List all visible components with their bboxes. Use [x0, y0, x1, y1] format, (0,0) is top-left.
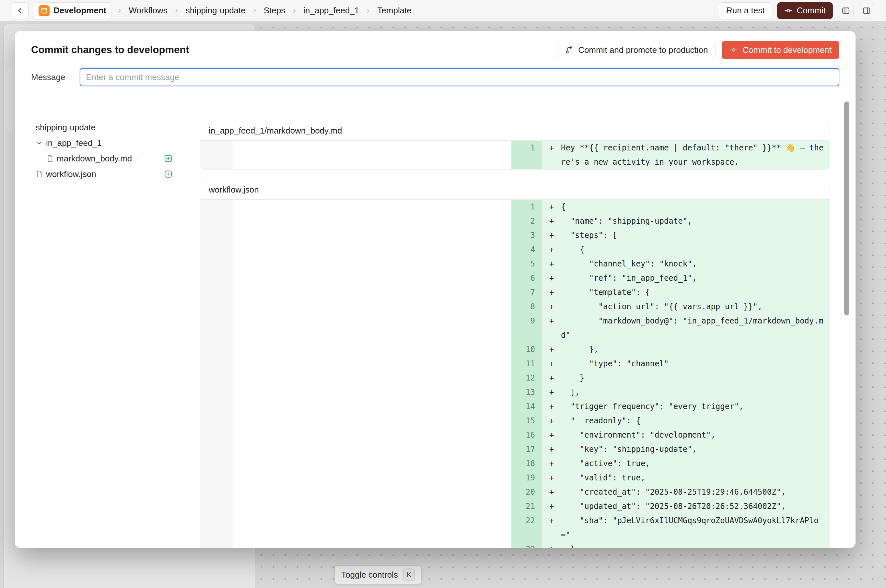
diff-line-number: 16: [511, 428, 542, 442]
diff-code-text: "template": {: [561, 288, 650, 297]
tree-folder-label: in_app_feed_1: [46, 138, 102, 148]
diff-line: 19+ "valid": true,: [511, 471, 830, 485]
tree-root-workflow[interactable]: shipping-update: [36, 120, 172, 135]
diff-code-text: "valid": true,: [561, 473, 645, 482]
chevron-right-icon: [252, 8, 258, 14]
changed-files-tree: shipping-update in_app_feed_1 markdown_b…: [15, 96, 187, 548]
diff-line-number: 1: [511, 200, 542, 214]
diff-line: 9+ "markdown_body@": "in_app_feed_1/mark…: [511, 314, 830, 342]
diff-line: 14+ "trigger_frequency": "every_trigger"…: [511, 399, 830, 414]
diff-line-code: + "valid": true,: [542, 471, 830, 485]
diff-code-text: Hey **{{ recipient.name | default: "ther…: [561, 143, 823, 166]
diff-line-code: + "created_at": "2025-08-25T19:29:46.644…: [542, 485, 830, 499]
diff-added-sign: +: [549, 399, 554, 414]
diff-added-sign: +: [549, 385, 554, 399]
diff-line-code: +{: [542, 200, 830, 214]
diff-line: 22+ "sha": "pJeLVir6xIlUCMGqs9qroZoUAVDS…: [511, 513, 830, 542]
run-a-test-button[interactable]: Run a test: [719, 2, 772, 19]
diff-line: 8+ "action_url": "{{ vars.app_url }}",: [511, 300, 830, 314]
diff-old-gutter: [200, 141, 233, 169]
message-label: Message: [31, 72, 66, 82]
diff-line: 13+ ],: [511, 385, 830, 399]
environment-icon: [39, 5, 49, 16]
diff-added-sign: +: [549, 471, 554, 485]
diff-line: 23+ }: [511, 542, 830, 548]
chevron-left-icon: [16, 6, 24, 15]
diff-line-code: + ],: [542, 385, 830, 399]
diff-line-number: 17: [511, 442, 542, 456]
commit-message-input[interactable]: [80, 68, 840, 86]
toggle-left-panel-button[interactable]: [838, 3, 854, 18]
diff-line: 1+Hey **{{ recipient.name | default: "th…: [511, 141, 830, 169]
commit-label: Commit: [796, 6, 826, 15]
diff-added-sign: +: [549, 542, 554, 548]
diff-line-code: + "__readonly": {: [542, 414, 830, 428]
tree-folder-step[interactable]: in_app_feed_1: [36, 135, 172, 151]
diff-code-text: "__readonly": {: [561, 416, 641, 425]
diff-code-text: "markdown_body@": "in_app_feed_1/markdow…: [561, 316, 823, 340]
diff-line: 4+ {: [511, 243, 830, 257]
commit-button[interactable]: Commit: [777, 2, 833, 19]
diff-file-card: workflow.json1+{2+ "name": "shipping-upd…: [200, 180, 830, 548]
run-a-test-label: Run a test: [726, 6, 765, 15]
breadcrumb-item-steps[interactable]: Steps: [262, 6, 287, 15]
git-commit-icon: [784, 6, 793, 15]
diff-line: 12+ }: [511, 371, 830, 385]
diff-line: 21+ "updated_at": "2025-08-26T20:26:52.3…: [511, 499, 830, 513]
diff-code-text: }: [561, 544, 575, 548]
back-button[interactable]: [12, 2, 28, 19]
chevron-right-icon: [291, 8, 297, 14]
diff-line-number: 3: [511, 228, 542, 243]
diff-code-text: "type": "channel": [561, 359, 669, 368]
diff-line-code: + "updated_at": "2025-08-26T20:26:52.364…: [542, 499, 830, 513]
diff-line-code: + }: [542, 542, 830, 548]
diff-code-text: {: [561, 202, 565, 212]
tree-file-workflow-json[interactable]: workflow.json: [36, 166, 172, 182]
diff-line-number: 1: [511, 141, 542, 169]
diff-added-sign: +: [549, 371, 554, 385]
diff-code-text: "name": "shipping-update",: [561, 216, 692, 226]
diff-added-sign: +: [549, 228, 554, 243]
diff-line-code: + "template": {: [542, 285, 830, 300]
breadcrumb-item-step[interactable]: in_app_feed_1: [302, 6, 360, 15]
breadcrumb-item-template[interactable]: Template: [376, 6, 413, 15]
diff-line: 18+ "active": true,: [511, 456, 830, 471]
diff-added-sign: +: [549, 499, 554, 513]
tree-file-markdown-body[interactable]: markdown_body.md: [36, 151, 172, 166]
commit-and-promote-button[interactable]: Commit and promote to production: [557, 41, 716, 59]
diff-code-text: },: [561, 345, 598, 354]
diff-line-number: 20: [511, 485, 542, 499]
diff-line-code: + "markdown_body@": "in_app_feed_1/markd…: [542, 314, 830, 342]
diff-line: 15+ "__readonly": {: [511, 414, 830, 428]
diff-code-text: "created_at": "2025-08-25T19:29:46.64450…: [561, 488, 786, 496]
diff-line-code: + "active": true,: [542, 456, 830, 471]
breadcrumb-item-workflows[interactable]: Workflows: [127, 6, 168, 15]
scrollbar-thumb[interactable]: [844, 102, 849, 315]
toggle-right-panel-button[interactable]: [859, 3, 874, 18]
diff-split-view: 1+Hey **{{ recipient.name | default: "th…: [200, 141, 830, 169]
diff-added-sign: +: [549, 414, 554, 428]
commit-to-development-button[interactable]: Commit to development: [722, 41, 840, 59]
diff-code-text: "key": "shipping-update",: [561, 445, 697, 454]
diff-line-number: 23: [511, 542, 542, 548]
diff-code-text: "action_url": "{{ vars.app_url }}",: [561, 302, 762, 311]
diff-line: 2+ "name": "shipping-update",: [511, 214, 830, 228]
diff-line-code: + }: [542, 371, 830, 385]
diff-line-number: 15: [511, 414, 542, 428]
environment-pill[interactable]: Development: [33, 2, 112, 19]
diff-line-code: + "trigger_frequency": "every_trigger",: [542, 399, 830, 414]
diff-code-text: "steps": [: [561, 231, 617, 240]
diff-line-number: 19: [511, 471, 542, 485]
environment-label: Development: [54, 6, 106, 15]
diff-line: 6+ "ref": "in_app_feed_1",: [511, 271, 830, 285]
diff-file-name: in_app_feed_1/markdown_body.md: [200, 121, 830, 141]
diff-added-sign: +: [549, 214, 554, 228]
diff-added-sign: +: [549, 243, 554, 257]
breadcrumb-item-workflow-key[interactable]: shipping-update: [184, 6, 247, 15]
diff-line: 5+ "channel_key": "knock",: [511, 257, 830, 271]
diff-line-number: 12: [511, 371, 542, 385]
diff-added-sign: +: [549, 342, 554, 357]
top-bar: Development Workflows shipping-update St…: [0, 0, 886, 21]
diff-line-number: 10: [511, 342, 542, 357]
diff-added-sign: +: [549, 257, 554, 271]
